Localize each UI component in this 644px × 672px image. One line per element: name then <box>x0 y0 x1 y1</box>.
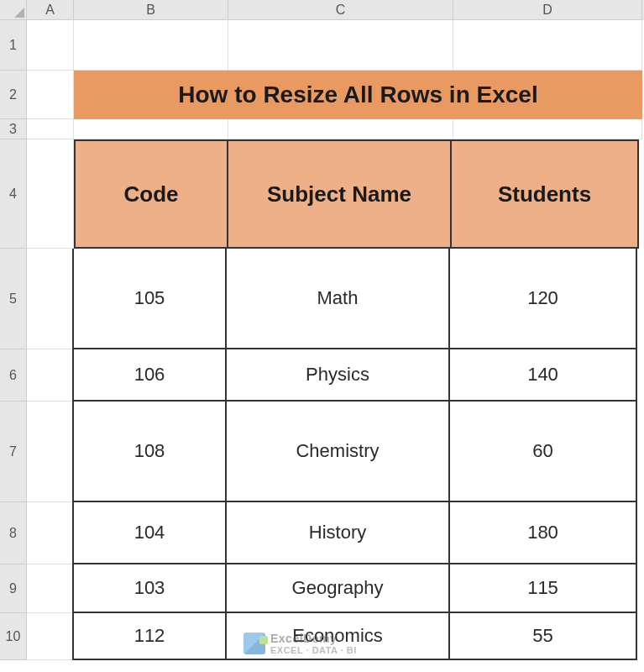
select-all-corner[interactable] <box>0 0 27 20</box>
row-4: 4 Code Subject Name Students <box>0 139 644 249</box>
col-header-b[interactable]: B <box>74 0 228 20</box>
row-9: 9 103 Geography 115 <box>0 564 644 613</box>
spreadsheet: A B C D 1 2 How to Resize All Rows in Ex… <box>0 0 644 660</box>
cell-code-3[interactable]: 104 <box>72 502 227 564</box>
cell-d3[interactable] <box>453 119 642 139</box>
cell-a10[interactable] <box>27 613 74 660</box>
row-header-5[interactable]: 5 <box>0 249 27 349</box>
row-header-2[interactable]: 2 <box>0 71 27 119</box>
cell-a9[interactable] <box>27 564 74 613</box>
row-5: 5 105 Math 120 <box>0 249 644 349</box>
cell-students-3[interactable]: 180 <box>448 502 637 564</box>
col-header-c[interactable]: C <box>228 0 453 20</box>
cell-subject-5[interactable]: Economics <box>225 613 450 660</box>
cell-a4[interactable] <box>27 139 74 249</box>
row-header-6[interactable]: 6 <box>0 349 27 402</box>
cell-students-4[interactable]: 115 <box>448 564 637 613</box>
cell-subject-3[interactable]: History <box>225 502 450 564</box>
row-8: 8 104 History 180 <box>0 502 644 564</box>
header-code[interactable]: Code <box>74 139 228 249</box>
cell-a2[interactable] <box>27 71 74 119</box>
row-header-8[interactable]: 8 <box>0 502 27 564</box>
cell-c3[interactable] <box>228 119 453 139</box>
row-header-10[interactable]: 10 <box>0 613 27 660</box>
row-header-9[interactable]: 9 <box>0 564 27 613</box>
row-2: 2 How to Resize All Rows in Excel <box>0 71 644 119</box>
cell-a1[interactable] <box>27 20 74 71</box>
row-3: 3 <box>0 119 644 139</box>
cell-students-1[interactable]: 140 <box>448 349 637 402</box>
cell-a5[interactable] <box>27 249 74 349</box>
column-header-row: A B C D <box>0 0 644 20</box>
row-header-1[interactable]: 1 <box>0 20 27 71</box>
row-7: 7 108 Chemistry 60 <box>0 402 644 502</box>
cell-d1[interactable] <box>453 20 642 71</box>
cell-students-2[interactable]: 60 <box>448 402 637 502</box>
cell-code-5[interactable]: 112 <box>72 613 227 660</box>
cell-code-1[interactable]: 106 <box>72 349 227 402</box>
row-header-7[interactable]: 7 <box>0 402 27 502</box>
header-students[interactable]: Students <box>450 139 639 249</box>
cell-subject-0[interactable]: Math <box>225 249 450 349</box>
row-6: 6 106 Physics 140 <box>0 349 644 402</box>
title-cell[interactable]: How to Resize All Rows in Excel <box>74 71 642 119</box>
col-header-a[interactable]: A <box>27 0 74 20</box>
cell-a8[interactable] <box>27 502 74 564</box>
row-1: 1 <box>0 20 644 71</box>
cell-code-2[interactable]: 108 <box>72 402 227 502</box>
cell-a3[interactable] <box>27 119 74 139</box>
cell-b1[interactable] <box>74 20 228 71</box>
cell-a7[interactable] <box>27 402 74 502</box>
cell-subject-1[interactable]: Physics <box>225 349 450 402</box>
cell-subject-4[interactable]: Geography <box>225 564 450 613</box>
cell-c1[interactable] <box>228 20 453 71</box>
cell-students-5[interactable]: 55 <box>448 613 637 660</box>
cell-a6[interactable] <box>27 349 74 402</box>
cell-subject-2[interactable]: Chemistry <box>225 402 450 502</box>
row-header-4[interactable]: 4 <box>0 139 27 249</box>
cell-code-0[interactable]: 105 <box>72 249 227 349</box>
cell-students-0[interactable]: 120 <box>448 249 637 349</box>
col-header-d[interactable]: D <box>453 0 642 20</box>
cell-b3[interactable] <box>74 119 228 139</box>
header-subject[interactable]: Subject Name <box>227 139 452 249</box>
cell-code-4[interactable]: 103 <box>72 564 227 613</box>
row-10: 10 112 Economics 55 <box>0 613 644 660</box>
row-header-3[interactable]: 3 <box>0 119 27 139</box>
